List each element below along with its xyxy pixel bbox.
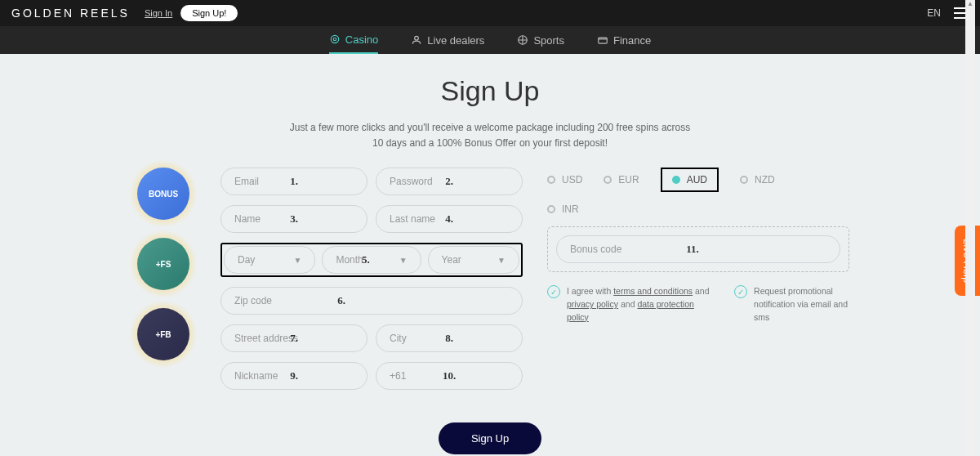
svg-point-2 — [415, 36, 419, 40]
currency-nzd[interactable]: NZD — [740, 174, 775, 186]
signup-submit-button[interactable]: Sign Up — [439, 422, 541, 454]
currency-inr[interactable]: INR — [547, 203, 579, 215]
zip-field[interactable]: Zip code 6. — [220, 287, 523, 315]
chevron-down-icon: ▼ — [497, 256, 506, 265]
email-field[interactable]: Email 1. — [220, 168, 368, 195]
nav-live-dealers[interactable]: Live dealers — [411, 28, 484, 53]
signin-link[interactable]: Sign In — [145, 8, 172, 18]
page-subtitle: Just a few more clicks and you'll receiv… — [0, 120, 980, 151]
terms-link[interactable]: terms and conditions — [613, 286, 693, 296]
city-field[interactable]: City 8. — [376, 324, 523, 352]
nav-casino[interactable]: Casino — [329, 27, 378, 54]
street-field[interactable]: Street address 7. — [220, 324, 368, 352]
nav-label: Casino — [345, 34, 378, 46]
password-field[interactable]: Password 2. — [376, 168, 523, 195]
nav-sports[interactable]: Sports — [517, 28, 564, 53]
svg-rect-4 — [599, 38, 608, 43]
ball-icon — [517, 34, 528, 46]
nav-label: Sports — [533, 34, 564, 47]
chevron-down-icon: ▼ — [294, 256, 302, 265]
casino-icon — [329, 34, 341, 45]
currency-eur[interactable]: EUR — [604, 174, 639, 186]
nav-label: Live dealers — [427, 34, 484, 47]
bonus-code-field[interactable]: Bonus code 11. — [556, 235, 840, 263]
chevron-down-icon: ▼ — [399, 256, 408, 265]
svg-point-0 — [331, 35, 338, 42]
name-field[interactable]: Name 3. — [220, 205, 368, 233]
promo-checkbox-row[interactable]: ✓ Request promotional notification via e… — [734, 285, 849, 324]
scroll-up-icon[interactable]: ▲ — [965, 0, 975, 8]
wallet-icon — [597, 34, 608, 46]
brand-logo: GOLDEN REELS — [11, 7, 130, 20]
lastname-field[interactable]: Last name 4. — [376, 205, 523, 233]
dob-month-select[interactable]: Month 5. ▼ — [322, 246, 421, 274]
svg-point-1 — [333, 38, 336, 41]
terms-checkbox-row[interactable]: ✓ I agree with terms and conditions and … — [547, 285, 718, 324]
language-selector[interactable]: EN — [927, 7, 941, 19]
dob-highlight-box: Day ▼ Month 5. ▼ Year ▼ — [220, 243, 523, 277]
dob-day-select[interactable]: Day ▼ — [224, 246, 315, 274]
phone-field[interactable]: +61 10. — [376, 362, 523, 390]
privacy-link[interactable]: privacy policy — [567, 299, 618, 309]
page-title: Sign Up — [0, 75, 980, 107]
nav-finance[interactable]: Finance — [597, 28, 651, 53]
person-icon — [411, 34, 422, 46]
nickname-field[interactable]: Nickname 9. — [220, 362, 368, 390]
dob-year-select[interactable]: Year ▼ — [428, 246, 519, 274]
check-icon: ✓ — [734, 285, 747, 298]
currency-radio-group: USD EUR AUD NZD — [547, 168, 849, 192]
promo-graphic: BONUS +FS +FB — [131, 168, 196, 396]
bonus-code-box: Bonus code 11. — [547, 226, 849, 272]
currency-aud[interactable]: AUD — [661, 168, 719, 192]
signup-pill-button[interactable]: Sign Up! — [180, 5, 238, 21]
check-icon: ✓ — [547, 285, 560, 298]
scrollbar[interactable]: ▲ — [965, 0, 975, 456]
currency-usd[interactable]: USD — [547, 174, 582, 186]
nav-label: Finance — [613, 34, 651, 47]
